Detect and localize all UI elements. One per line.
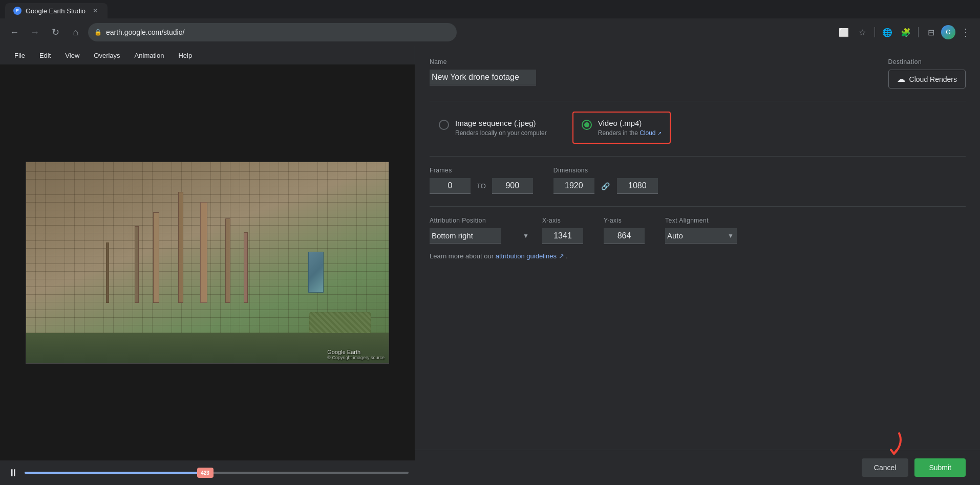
xaxis-group: X-axis <box>542 217 593 244</box>
video-container: Google Earth © Copyright imagery source <box>0 64 415 460</box>
attribution-label: Attribution Position <box>430 217 532 224</box>
arrow-indicator <box>884 431 904 458</box>
active-tab[interactable]: E Google Earth Studio ✕ <box>5 3 108 18</box>
extensions-button[interactable]: 🧩 <box>898 24 914 40</box>
divider-2 <box>430 156 966 157</box>
video-label: Video (.mp4) <box>598 119 662 127</box>
frames-from-input[interactable] <box>430 178 471 194</box>
browser-toolbar: ← → ↻ ⌂ 🔒 earth.google.com/studio/ ⬜ ☆ 🌐… <box>0 18 980 46</box>
left-panel: File Edit View Overlays Animation Help <box>0 46 415 485</box>
name-destination-row: Name Destination ☁ Cloud Renders <box>430 58 966 89</box>
submit-button[interactable]: Submit <box>914 458 966 477</box>
text-alignment-label: Text Alignment <box>665 217 737 224</box>
cloud-link[interactable]: Cloud ↗ <box>640 129 662 137</box>
dimensions-group: Dimensions 🔗 <box>553 167 658 194</box>
cast-button[interactable]: ⬜ <box>836 24 852 40</box>
tab-title: Google Earth Studio <box>26 7 86 15</box>
image-sequence-radio[interactable] <box>439 120 449 130</box>
destination-label: Destination <box>888 58 966 65</box>
browser-tab-bar: E Google Earth Studio ✕ <box>0 0 980 18</box>
address-bar[interactable]: 🔒 earth.google.com/studio/ <box>88 23 457 41</box>
yaxis-input[interactable] <box>604 228 645 244</box>
video-credit: Google Earth © Copyright imagery source <box>327 349 385 360</box>
attribution-grid: Attribution Position Bottom right Bottom… <box>430 217 966 244</box>
tab-favicon: E <box>13 7 22 15</box>
lock-icon: 🔒 <box>94 29 102 36</box>
back-button[interactable]: ← <box>6 24 23 40</box>
reload-button[interactable]: ↻ <box>47 24 63 40</box>
attribution-select[interactable]: Bottom right Bottom left Top right Top l… <box>430 228 501 244</box>
right-panel-wrapper: Name Destination ☁ Cloud Renders <box>415 46 980 485</box>
video-text: Video (.mp4) Renders in the Cloud ↗ <box>598 119 662 137</box>
xaxis-label: X-axis <box>542 217 593 224</box>
bottom-buttons: Cancel Submit <box>415 450 980 485</box>
text-alignment-select[interactable]: Auto Left Right Center <box>665 228 737 244</box>
video-sublabel: Renders in the Cloud ↗ <box>598 129 662 137</box>
image-sequence-label: Image sequence (.jpeg) <box>455 119 547 127</box>
yaxis-group: Y-axis <box>604 217 655 244</box>
forward-button[interactable]: → <box>27 24 43 40</box>
external-link-icon-2: ↗ <box>559 252 564 260</box>
frames-group: Frames TO <box>430 167 533 194</box>
video-radio[interactable] <box>582 120 592 130</box>
menu-edit[interactable]: Edit <box>33 50 57 61</box>
play-pause-button[interactable]: ⏸ <box>6 466 20 480</box>
chrome-menu-button[interactable]: ⋮ <box>957 24 974 40</box>
dimensions-row: 🔗 <box>553 178 658 194</box>
dim-width-input[interactable] <box>553 178 594 194</box>
image-sequence-sublabel: Renders locally on your computer <box>455 129 547 137</box>
menu-view[interactable]: View <box>59 50 86 61</box>
bookmark-button[interactable]: ☆ <box>854 24 870 40</box>
image-sequence-option[interactable]: Image sequence (.jpeg) Renders locally o… <box>430 112 556 144</box>
url-text: earth.google.com/studio/ <box>106 28 451 36</box>
cancel-button[interactable]: Cancel <box>862 458 909 477</box>
profile-button[interactable]: G <box>941 25 955 39</box>
frames-label: Frames <box>430 167 533 174</box>
to-label: TO <box>477 182 486 190</box>
attribution-select-wrapper: Bottom right Bottom left Top right Top l… <box>430 228 532 244</box>
attribution-period: . <box>566 252 568 260</box>
dimensions-label: Dimensions <box>553 167 658 174</box>
name-group: Name <box>430 58 536 85</box>
dim-height-input[interactable] <box>617 178 658 194</box>
attribution-guidelines-link[interactable]: attribution guidelines ↗ <box>496 252 566 260</box>
app-content: File Edit View Overlays Animation Help <box>0 46 980 485</box>
attribution-select-arrow: ▼ <box>523 232 529 239</box>
frames-to-input[interactable] <box>492 178 533 194</box>
video-option[interactable]: Video (.mp4) Renders in the Cloud ↗ <box>572 112 671 144</box>
menu-file[interactable]: File <box>8 50 31 61</box>
frames-row: TO <box>430 178 533 194</box>
text-alignment-select-wrapper: Auto Left Right Center ▼ <box>665 228 737 244</box>
video-frame: Google Earth © Copyright imagery source <box>26 162 389 364</box>
right-panel: Name Destination ☁ Cloud Renders <box>415 46 980 485</box>
toolbar-right: ⬜ ☆ 🌐 🧩 ⊟ G ⋮ <box>836 24 974 40</box>
menu-animation[interactable]: Animation <box>129 50 171 61</box>
destination-btn-label: Cloud Renders <box>909 75 957 83</box>
attribution-link-prefix: Learn more about our <box>430 252 494 260</box>
timeline[interactable]: 423 <box>25 472 409 474</box>
toolbar-divider <box>875 27 875 37</box>
image-sequence-text: Image sequence (.jpeg) Renders locally o… <box>455 119 547 137</box>
tab-search-button[interactable]: ⊟ <box>923 24 939 40</box>
link-icon: 🔗 <box>601 181 611 191</box>
divider-3 <box>430 206 966 207</box>
divider-1 <box>430 101 966 101</box>
attribution-link-row: Learn more about our attribution guideli… <box>430 252 966 260</box>
external-link-icon: ↗ <box>657 130 662 136</box>
attribution-group: Attribution Position Bottom right Bottom… <box>430 217 532 244</box>
browser-chrome: E Google Earth Studio ✕ ← → ↻ ⌂ 🔒 earth.… <box>0 0 980 46</box>
text-alignment-group: Text Alignment Auto Left Right Center ▼ <box>665 217 737 244</box>
menu-help[interactable]: Help <box>172 50 198 61</box>
tab-close-button[interactable]: ✕ <box>91 7 99 15</box>
name-input[interactable] <box>430 70 536 85</box>
cloud-upload-icon: ☁ <box>897 74 905 84</box>
home-button[interactable]: ⌂ <box>68 24 84 40</box>
xaxis-input[interactable] <box>542 228 583 244</box>
globe-icon-btn[interactable]: 🌐 <box>879 24 896 40</box>
frames-dimensions-row: Frames TO Dimensions 🔗 <box>430 167 966 194</box>
destination-button[interactable]: ☁ Cloud Renders <box>888 70 966 89</box>
yaxis-label: Y-axis <box>604 217 655 224</box>
timeline-thumb[interactable]: 423 <box>197 468 214 478</box>
menu-overlays[interactable]: Overlays <box>88 50 126 61</box>
toolbar-divider-2 <box>918 27 919 37</box>
